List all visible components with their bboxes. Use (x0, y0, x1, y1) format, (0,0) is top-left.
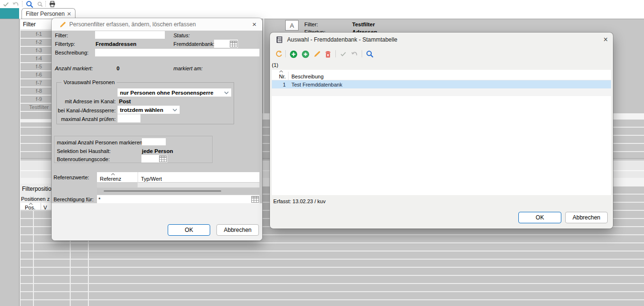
beschreibung-input-wrap (95, 49, 259, 56)
toolbar-separator (285, 50, 286, 57)
cancel-button[interactable]: Abbrechen (216, 224, 259, 236)
table-row-selected[interactable]: 1 Test Fremddatenbank (272, 80, 611, 88)
cancel-button[interactable]: Abbrechen (565, 212, 608, 223)
undo-icon[interactable] (11, 0, 20, 8)
col-referenz[interactable]: Referenz (100, 176, 121, 182)
ok-button[interactable]: OK (168, 224, 210, 236)
lookup-grid-icon[interactable] (159, 155, 167, 162)
bg-filter-value: Testfilter (352, 22, 375, 27)
sperre-value: trotzdem wählen (120, 107, 163, 113)
fremddatenbank-label: Fremddatenbank: (173, 41, 215, 47)
delete-trash-icon[interactable] (324, 50, 332, 58)
berechtigung-field (97, 195, 259, 203)
col-pos[interactable]: Pos. (25, 205, 35, 210)
dialog-titlebar[interactable]: Auswahl - Fremddatenbank - Stammtabelle … (270, 33, 613, 47)
filter-column-header-label: Filter (23, 21, 36, 28)
toolbar-separator (362, 50, 362, 57)
toolbar-separator (22, 1, 22, 7)
chevron-down-icon (172, 109, 177, 111)
dialog-title: Personenfilter erfassen, ändern, löschen… (69, 21, 196, 28)
tab-close-icon[interactable]: × (67, 10, 71, 17)
accent-teal-block (0, 8, 19, 19)
filter-input-wrap (95, 31, 165, 39)
toolbar-separator (335, 50, 336, 57)
bg-filter-label: Filter: (304, 22, 318, 27)
lookup-grid-icon[interactable] (251, 196, 259, 203)
scrollbar-thumb[interactable] (104, 190, 221, 192)
erfasst-status: Erfasst: 13.02.23 / kuv (273, 198, 325, 204)
botenroutierung-field (141, 155, 167, 163)
botenroutierung-label: Botenroutierungscode: (57, 156, 110, 162)
botenroutierung-input[interactable] (141, 155, 159, 163)
tab-filter-personen[interactable]: Filter Personen × (21, 8, 75, 19)
filter-label: Filter: (55, 33, 68, 38)
search-icon[interactable] (365, 50, 374, 58)
markierung-groupbox: maximal Anzahl Personen markieren: Selek… (54, 136, 213, 163)
horizontal-scrollbar[interactable] (97, 188, 259, 194)
top-bar (0, 0, 644, 19)
add-copy-icon[interactable] (301, 50, 310, 58)
refresh-icon[interactable] (275, 50, 283, 58)
search-icon[interactable] (25, 0, 33, 8)
personensperre-value: nur Personen ohne Personensperre (120, 90, 214, 96)
referenzwerte-label: Referenzwerte: (54, 175, 89, 180)
print-icon[interactable] (48, 0, 56, 8)
edit-pencil-icon[interactable] (313, 50, 321, 58)
personensperre-dropdown[interactable]: nur Personen ohne Personensperre (118, 88, 231, 97)
max-pruefen-input[interactable] (118, 114, 140, 122)
col-beschreibung[interactable]: Beschreibung (291, 74, 323, 79)
filterpos-col-sep (41, 203, 41, 210)
filter-input[interactable] (95, 31, 165, 39)
table-list-icon (276, 36, 283, 44)
referenzwerte-subrow-right (138, 183, 259, 187)
tab-label: Filter Personen (26, 11, 64, 17)
row-marker-label: A (290, 22, 294, 29)
dialog-auswahl-fremddatenbank: Auswahl - Fremddatenbank - Stammtabelle … (270, 33, 613, 229)
vorauswahl-legend: Vorauswahl Personen (62, 79, 117, 85)
sperre-label: bei Kanal-/Adresssperre: (57, 108, 116, 113)
kanal-value: Post (119, 98, 131, 104)
kanal-label: mit Adresse im Kanal: (57, 98, 116, 104)
dialog-title: Auswahl - Fremddatenbank - Stammtabelle (287, 36, 397, 43)
berechtigung-input[interactable] (97, 195, 251, 203)
cell-beschreibung: Test Fremddatenbank (288, 82, 342, 87)
col-typwert[interactable]: Typ/Wert (141, 176, 162, 182)
ok-button[interactable]: OK (518, 212, 561, 223)
add-icon[interactable] (289, 50, 298, 58)
undo-icon[interactable] (350, 50, 358, 57)
max-markieren-input-wrap (142, 138, 166, 145)
table-empty-row (272, 88, 611, 96)
haushalt-label: Selektion bei Haushalt: (57, 148, 111, 154)
max-pruefen-label: maximal Anzahl prüfen: (57, 116, 116, 122)
status-label: Status: (173, 33, 190, 38)
dialog-titlebar[interactable]: Personenfilter erfassen, ändern, löschen… (52, 18, 262, 31)
dialog-personenfilter: Personenfilter erfassen, ändern, löschen… (52, 18, 262, 240)
fremddatenbank-field (214, 40, 238, 48)
col-v[interactable]: V (43, 205, 47, 210)
selection-table: Nr. Beschreibung 1 Test Fremddatenbank (272, 70, 611, 195)
berechtigung-label: Berechtigung für: (54, 197, 94, 202)
edit-pencil-icon (59, 21, 66, 28)
table-col-sep (288, 72, 289, 80)
confirm-icon[interactable] (2, 0, 10, 8)
toolbar-separator (45, 1, 46, 7)
fremddatenbank-input[interactable] (214, 40, 230, 48)
search-small-icon[interactable] (37, 1, 43, 8)
sperre-dropdown[interactable]: trotzdem wählen (118, 106, 180, 114)
markiert-am-label: markiert am: (173, 66, 203, 71)
table-header-row: Nr. Beschreibung (272, 70, 611, 80)
close-icon[interactable]: × (603, 36, 608, 44)
beschreibung-input[interactable] (95, 49, 259, 56)
col-nr[interactable]: Nr. (272, 74, 286, 79)
close-icon[interactable]: × (252, 21, 257, 28)
filtertyp-value: Fremdadressen (96, 41, 137, 47)
haushalt-value: jede Person (142, 148, 173, 154)
anzahl-markiert-label: Anzahl markiert: (55, 66, 93, 71)
row-marker-cell: A (285, 20, 299, 31)
lookup-grid-icon[interactable] (230, 41, 237, 47)
vorauswahl-groupbox: Vorauswahl Personen nur Personen ohne Pe… (56, 82, 234, 124)
max-markieren-input[interactable] (142, 138, 166, 145)
referenzwerte-subrow-left (97, 183, 138, 187)
max-markieren-label: maximal Anzahl Personen markieren: (57, 140, 144, 145)
confirm-icon[interactable] (339, 50, 347, 57)
